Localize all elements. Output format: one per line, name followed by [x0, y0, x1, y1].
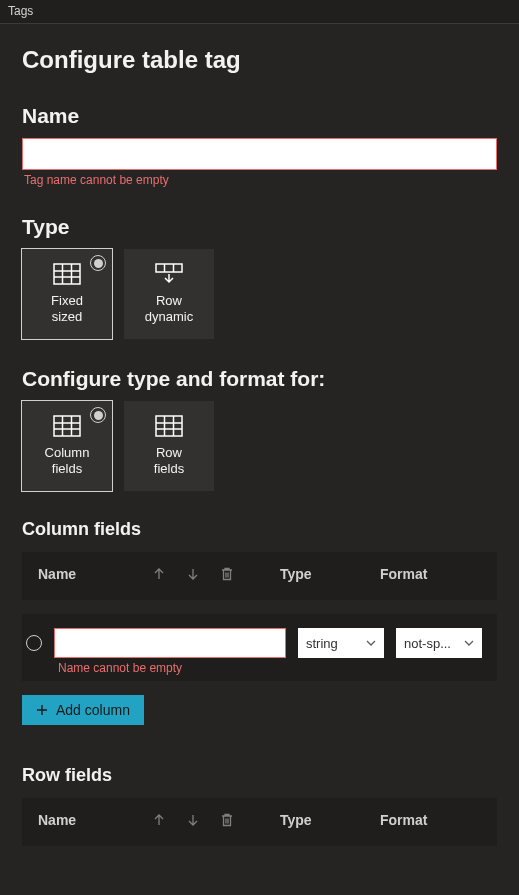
- column-field-type-select[interactable]: string: [298, 628, 384, 658]
- type-option-fixed[interactable]: Fixed sized: [22, 249, 112, 339]
- panel-title: Tags: [8, 4, 33, 18]
- column-field-row: Name cannot be empty string not-sp...: [22, 614, 497, 681]
- arrow-up-icon[interactable]: [152, 567, 166, 581]
- radio-icon: [90, 407, 106, 423]
- formatfor-option-row-label: Row fields: [154, 445, 184, 476]
- svg-rect-13: [156, 416, 182, 436]
- chevron-down-icon: [464, 640, 474, 646]
- col-header-format: Format: [380, 566, 462, 582]
- chevron-down-icon: [366, 640, 376, 646]
- grid-icon: [53, 415, 81, 437]
- column-field-name-error: Name cannot be empty: [58, 661, 286, 675]
- name-label: Name: [22, 104, 497, 128]
- type-option-fixed-label: Fixed sized: [51, 293, 83, 324]
- row-select-radio[interactable]: [26, 635, 42, 651]
- col-header-format: Format: [380, 812, 462, 828]
- page-title: Configure table tag: [22, 46, 497, 74]
- col-header-type: Type: [280, 566, 362, 582]
- svg-rect-5: [156, 264, 182, 272]
- tag-name-error: Tag name cannot be empty: [24, 173, 497, 187]
- type-option-rowdynamic[interactable]: Row dynamic: [124, 249, 214, 339]
- row-fields-heading: Row fields: [22, 765, 497, 786]
- grid-icon: [53, 263, 81, 285]
- type-option-rowdynamic-label: Row dynamic: [145, 293, 193, 324]
- row-fields-section: Row fields Name Type Format: [22, 765, 497, 846]
- arrow-down-icon[interactable]: [186, 813, 200, 827]
- add-column-button[interactable]: Add column: [22, 695, 144, 725]
- formatfor-option-column-label: Column fields: [45, 445, 90, 476]
- formatfor-option-row[interactable]: Row fields: [124, 401, 214, 491]
- type-section: Type Fixed sized Row dynamic: [22, 215, 497, 339]
- radio-icon: [90, 255, 106, 271]
- panel-header: Tags: [0, 0, 519, 24]
- arrow-up-icon[interactable]: [152, 813, 166, 827]
- grid-icon: [155, 415, 183, 437]
- column-field-format-select[interactable]: not-sp...: [396, 628, 482, 658]
- column-field-name-input[interactable]: [54, 628, 286, 658]
- column-fields-heading: Column fields: [22, 519, 497, 540]
- trash-icon[interactable]: [220, 567, 234, 581]
- svg-rect-0: [54, 264, 80, 284]
- col-header-type: Type: [280, 812, 362, 828]
- type-label: Type: [22, 215, 497, 239]
- column-fields-section: Column fields Name Type Format Name cann…: [22, 519, 497, 725]
- arrow-down-icon[interactable]: [186, 567, 200, 581]
- trash-icon[interactable]: [220, 813, 234, 827]
- format-for-label: Configure type and format for:: [22, 367, 497, 391]
- formatfor-option-column[interactable]: Column fields: [22, 401, 112, 491]
- column-fields-header: Name Type Format: [22, 552, 497, 600]
- plus-icon: [36, 704, 48, 716]
- name-section: Name Tag name cannot be empty: [22, 104, 497, 187]
- panel-body: Configure table tag Name Tag name cannot…: [0, 24, 519, 895]
- format-for-section: Configure type and format for: Column fi…: [22, 367, 497, 491]
- col-header-name: Name: [38, 812, 134, 828]
- row-dynamic-icon: [155, 263, 183, 285]
- tag-name-input[interactable]: [22, 138, 497, 170]
- col-header-name: Name: [38, 566, 134, 582]
- row-fields-header: Name Type Format: [22, 798, 497, 846]
- svg-rect-8: [54, 416, 80, 436]
